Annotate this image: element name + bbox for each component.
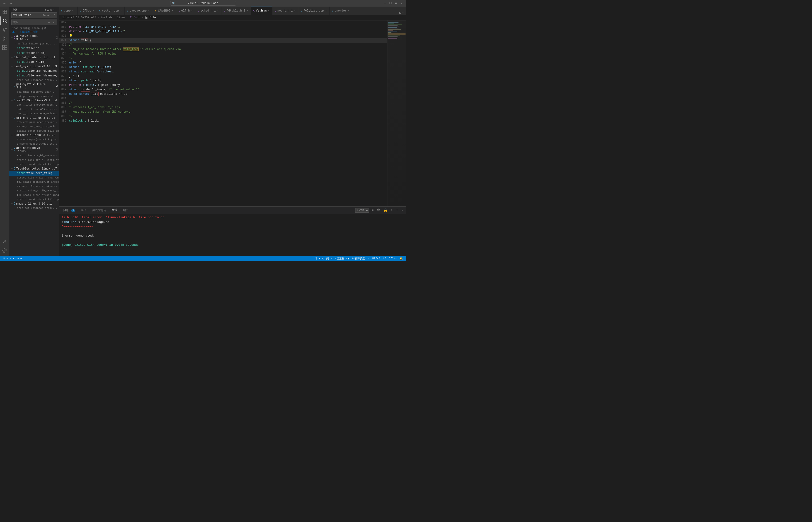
- regex-button[interactable]: .*: [52, 13, 56, 17]
- explorer-activity-icon[interactable]: [0, 7, 9, 16]
- list-item[interactable]: arch_get_unmapped_area(...: [9, 78, 59, 82]
- tab-elfh[interactable]: C elf.h ×: [176, 6, 195, 15]
- status-position[interactable]: 行 871, 列 12 (已选择 4): [313, 257, 350, 260]
- tab-shiyan[interactable]: ✦ 实验报告2 ×: [153, 6, 176, 15]
- list-item[interactable]: tlb_stats_close(struct inod...: [9, 193, 59, 198]
- tree-section-troubleshoot[interactable]: ▾ C Troubleshoot.c linux... 7: [9, 167, 59, 171]
- tab-fdtableh[interactable]: C fdtable.h 2 ×: [221, 6, 251, 15]
- tree-section-srmenv[interactable]: ▾ C srm_env.c linux-3.1... 3: [9, 116, 59, 120]
- tab-dfsc[interactable]: C DFS.c ×: [78, 6, 97, 15]
- tab-split-button[interactable]: ⊞: [399, 11, 401, 15]
- back-button[interactable]: ←: [2, 1, 7, 6]
- list-item[interactable]: static long arc_hl_ioctl(str...: [9, 158, 59, 162]
- tab-close-button[interactable]: ×: [72, 9, 74, 13]
- code-scroll-area[interactable]: 867 868 #define FILE_MNT_WRITE_TAKEN 1 8…: [59, 20, 387, 206]
- tree-section-mmap[interactable]: ▾ C mmap.c linux-3.10... 1: [9, 202, 59, 206]
- list-item[interactable]: struct file *file;: [9, 60, 59, 64]
- search-activity-icon[interactable]: [0, 17, 9, 25]
- list-item[interactable]: - a file header (struct ...: [9, 42, 59, 46]
- list-item[interactable]: int pci_mmap_resource_d...: [9, 94, 59, 99]
- filter-button[interactable]: ⊟: [52, 20, 56, 24]
- tree-section-binfmt[interactable]: ▾ C binfmt_loader.c lin... 1: [9, 56, 59, 60]
- more-actions-button[interactable]: ⋯: [55, 8, 57, 11]
- window-split-button[interactable]: ⊞: [394, 1, 399, 6]
- tab-close-button[interactable]: ×: [217, 9, 219, 13]
- list-item[interactable]: int __init smcc669_write(...: [9, 112, 59, 116]
- window-maximize-button[interactable]: □: [388, 1, 393, 6]
- open-in-editor-button[interactable]: ↗: [53, 8, 55, 11]
- forward-button[interactable]: →: [8, 1, 14, 6]
- panel-maximize-button[interactable]: □: [395, 208, 399, 213]
- tab-mounth[interactable]: C mount.h 1 ×: [272, 6, 299, 15]
- tab-close-button[interactable]: ×: [348, 9, 350, 13]
- tab-more-button[interactable]: ⋯: [402, 11, 404, 15]
- tab-polylist[interactable]: C PolyList.cpp ×: [298, 6, 329, 15]
- list-item[interactable]: arch_get_unmapped_area(...: [9, 206, 59, 210]
- tree-section-archostlink[interactable]: ▾ C arc_hostlink.c linux-... 3: [9, 146, 59, 154]
- list-item[interactable]: srmcons_close(struct tty_s...: [9, 142, 59, 146]
- list-item[interactable]: static const struct file_ope...: [9, 162, 59, 167]
- list-item[interactable]: struct filehdr fh;: [9, 51, 59, 56]
- search-input[interactable]: [13, 14, 40, 17]
- panel-tab-debug-console[interactable]: 调试控制台: [89, 207, 108, 213]
- status-indent[interactable]: 制表符长度: 4: [350, 257, 371, 260]
- panel-close-button[interactable]: ✕: [400, 208, 404, 213]
- status-notifications[interactable]: 🔔: [398, 257, 404, 260]
- tab-close-button[interactable]: ×: [268, 9, 270, 13]
- window-minimize-button[interactable]: ─: [383, 1, 387, 6]
- status-language[interactable]: C/C++: [387, 257, 398, 260]
- panel-tab-ports[interactable]: 端口: [121, 207, 131, 213]
- source-control-activity-icon[interactable]: [0, 25, 9, 34]
- status-eol[interactable]: LF: [382, 257, 387, 260]
- window-close-button[interactable]: ✕: [400, 1, 404, 6]
- titlebar-search-input[interactable]: [170, 1, 236, 6]
- whole-word-button[interactable]: ab: [47, 13, 51, 17]
- tree-section-osfsys[interactable]: ▾ C osf_sys.c linux-3.10... 3: [9, 64, 59, 69]
- list-item[interactable]: srm_env_proc_open(struct...: [9, 120, 59, 125]
- tab-unorder[interactable]: C unorder ×: [330, 6, 352, 15]
- tab-close-button[interactable]: ×: [171, 9, 174, 13]
- panel-tab-output[interactable]: 输出: [78, 207, 89, 213]
- list-item[interactable]: static const struct file_ope...: [9, 197, 59, 202]
- tab-close-button[interactable]: ×: [93, 9, 94, 13]
- refresh-button[interactable]: ↺: [45, 8, 46, 11]
- collapse-all-button[interactable]: ⊟: [50, 8, 52, 11]
- settings-activity-icon[interactable]: [0, 246, 9, 255]
- tree-section-smc37[interactable]: ▾ C smc37c69.c linux-3.1... 4: [9, 99, 59, 103]
- status-branch[interactable]: ⑂ 6 ⚠ 0: [2, 257, 16, 260]
- list-item[interactable]: struct filename *devname;: [9, 69, 59, 73]
- match-case-button[interactable]: Aa: [42, 13, 46, 17]
- account-activity-icon[interactable]: [0, 238, 9, 246]
- tree-section-aouth[interactable]: ▾ C a.out.h linux-3.10.0-... 3: [9, 34, 59, 42]
- list-item[interactable]: struct file *file = vma->vm...: [9, 176, 59, 180]
- tab-close-button[interactable]: ×: [148, 9, 150, 13]
- breadcrumb-part[interactable]: C fs.h: [130, 16, 140, 19]
- list-item[interactable]: int __init smcc669_close(...: [9, 107, 59, 112]
- list-item[interactable]: int __init smcc669_open(...: [9, 103, 59, 107]
- status-encoding[interactable]: UTF-8: [371, 257, 382, 260]
- code-content[interactable]: 867 868 #define FILE_MNT_WRITE_TAKEN 1 8…: [59, 20, 406, 206]
- list-item[interactable]: pci_mmap_resource_spar...: [9, 90, 59, 94]
- list-item[interactable]: struct file *exe_file;: [9, 171, 59, 176]
- breadcrumb-part[interactable]: include: [101, 16, 113, 19]
- tab-close-button[interactable]: ×: [325, 9, 327, 13]
- list-item[interactable]: struct filehdr: [9, 46, 59, 51]
- tab-close-button[interactable]: ×: [120, 9, 122, 13]
- list-item[interactable]: ssize_t tlb_stats_output(st...: [9, 184, 59, 189]
- tab-vectorcpp[interactable]: C vector.cpp ×: [97, 6, 125, 15]
- clear-results-button[interactable]: ☰: [47, 8, 49, 11]
- panel-tab-problems[interactable]: 问题 6: [61, 207, 77, 213]
- list-item[interactable]: static const struct file_ope...: [9, 129, 59, 133]
- replace-input[interactable]: [13, 21, 40, 24]
- panel-split-button[interactable]: ⊞: [370, 208, 374, 213]
- tab-close-button[interactable]: ×: [294, 9, 296, 13]
- list-item[interactable]: tbl_stats_open(struct inode...: [9, 180, 59, 184]
- tab-caogaocpp[interactable]: C caogao.cpp ×: [125, 6, 153, 15]
- tab-close-button[interactable]: ×: [246, 9, 248, 13]
- tab-close-button[interactable]: ×: [191, 9, 193, 13]
- breadcrumb-part[interactable]: linux-3.10.0-957.el7: [62, 16, 96, 19]
- status-errors[interactable]: ⊗ 0: [16, 257, 23, 260]
- list-item[interactable]: ssize_t srm_env_proc_writ...: [9, 124, 59, 129]
- tree-section-srmcons[interactable]: ▾ C srmcons.c linux-3.1... 2: [9, 133, 59, 137]
- panel-tab-terminal[interactable]: 终端: [109, 207, 120, 213]
